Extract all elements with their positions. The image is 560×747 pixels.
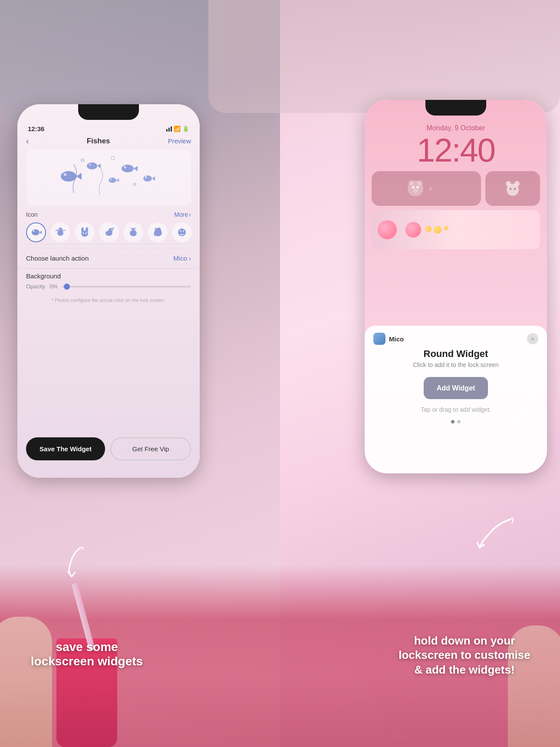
back-button[interactable]: ‹: [26, 136, 29, 146]
svg-point-32: [86, 233, 87, 234]
hand-left-decoration: [0, 617, 52, 747]
wifi-icon: 📶: [174, 126, 181, 132]
svg-point-21: [32, 229, 40, 235]
preview-button[interactable]: Preview: [168, 137, 191, 145]
background-section: Background Opacity 0%: [17, 268, 200, 293]
svg-point-3: [65, 174, 66, 175]
svg-point-24: [33, 231, 34, 231]
svg-point-20: [134, 183, 136, 185]
phone-left-body: 12:36 📶 🔋 ‹ Fishes Preview: [17, 104, 200, 478]
icon-option-5[interactable]: [123, 222, 143, 242]
svg-point-17: [145, 176, 147, 178]
svg-point-26: [58, 228, 63, 232]
svg-point-55: [514, 181, 520, 186]
icon-option-6[interactable]: [148, 222, 168, 242]
opacity-slider[interactable]: [62, 286, 191, 288]
svg-point-48: [417, 180, 422, 185]
note-text: * Please configure the actual color on t…: [17, 295, 200, 305]
signal-icon: [166, 126, 172, 132]
divider-1: [26, 244, 191, 245]
icon-section-header: Icon More ›: [17, 206, 200, 221]
svg-point-57: [514, 188, 516, 190]
icon-option-1[interactable]: [26, 222, 46, 242]
icon-option-4[interactable]: [99, 222, 119, 242]
status-bar-left: 12:36 📶 🔋: [17, 122, 200, 134]
launch-action-row[interactable]: Choose launch action Mico ›: [17, 248, 200, 268]
modal-app-info: Mico: [373, 333, 404, 345]
svg-point-50: [416, 186, 419, 188]
phone-left: 12:36 📶 🔋 ‹ Fishes Preview: [17, 104, 200, 478]
yellow-dot-2: [434, 226, 441, 234]
svg-marker-9: [116, 178, 119, 182]
yellow-dot-1: [425, 226, 432, 232]
arrow-annotation-right: [499, 387, 538, 423]
button-row: Save The Widget Get Free Vip: [26, 437, 191, 460]
svg-point-56: [510, 188, 512, 190]
opacity-label: Opacity: [26, 283, 45, 290]
screen-left: 12:36 📶 🔋 ‹ Fishes Preview: [17, 104, 200, 478]
svg-point-7: [89, 164, 90, 165]
dot-1: [451, 420, 455, 423]
lockscreen-date: Monday, 9 October: [365, 124, 547, 132]
svg-point-51: [413, 188, 418, 193]
icon-option-3[interactable]: [75, 222, 95, 242]
fish-preview-area: [26, 149, 191, 206]
svg-text:♪: ♪: [428, 184, 432, 192]
phone-right: Monday, 9 October 12:40 ♪: [365, 100, 547, 473]
svg-point-11: [122, 165, 134, 172]
app-icon: [373, 333, 385, 345]
lockscreen-time: 12:40: [365, 134, 547, 167]
svg-point-27: [59, 229, 60, 230]
svg-point-8: [109, 178, 116, 183]
launch-action-label: Choose launch action: [26, 255, 89, 262]
icon-section-label: Icon: [26, 211, 37, 218]
svg-point-35: [111, 229, 112, 230]
icon-option-2[interactable]: [50, 222, 70, 242]
photo-strip-content: [372, 220, 454, 239]
phone-right-body: Monday, 9 October 12:40 ♪: [365, 100, 547, 473]
chevron-right-icon-launch: ›: [189, 255, 191, 262]
opacity-row: Opacity 0%: [26, 283, 191, 290]
modal-header: Mico ×: [373, 333, 538, 345]
icon-option-row: [17, 221, 200, 244]
caption-right: hold down on your lockscreen to customis…: [395, 634, 534, 678]
status-icons-left: 📶 🔋: [166, 126, 189, 132]
opacity-thumb[interactable]: [64, 284, 70, 290]
modal-subtitle: Click to add it to the lock screen: [373, 361, 538, 368]
launch-action-value[interactable]: Mico ›: [173, 255, 191, 262]
add-widget-button[interactable]: Add Widget: [424, 377, 488, 399]
save-widget-button[interactable]: Save The Widget: [26, 437, 105, 460]
nav-bar-left: ‹ Fishes Preview: [17, 134, 200, 149]
svg-point-41: [157, 228, 161, 232]
svg-point-18: [81, 159, 84, 162]
svg-marker-12: [134, 166, 138, 171]
lockscreen-photo-strip: [372, 210, 540, 249]
yellow-dots-decoration: [425, 226, 448, 234]
add-widget-modal: Mico × Round Widget Click to add it to t…: [365, 326, 547, 473]
svg-point-38: [132, 230, 132, 231]
get-free-vip-button[interactable]: Get Free Vip: [110, 437, 191, 460]
svg-point-47: [408, 180, 414, 185]
svg-point-0: [61, 171, 76, 182]
svg-point-30: [86, 227, 88, 232]
svg-point-44: [180, 231, 181, 232]
yellow-dot-3: [444, 226, 448, 230]
more-icons-button[interactable]: More ›: [174, 211, 191, 218]
modal-close-button[interactable]: ×: [527, 333, 538, 344]
caption-left: save some lockscreen widgets: [26, 640, 148, 669]
icon-option-7[interactable]: [172, 222, 192, 242]
chevron-right-icon: ›: [189, 211, 191, 218]
dot-2: [457, 420, 461, 423]
svg-point-31: [83, 233, 84, 234]
svg-marker-22: [40, 231, 42, 234]
nav-title: Fishes: [87, 137, 110, 145]
pink-ball-2: [405, 222, 421, 238]
svg-point-39: [134, 230, 135, 231]
svg-point-15: [143, 175, 152, 182]
fish-animation-preview: [48, 154, 169, 202]
arrow-annotation-left: [63, 545, 98, 582]
battery-icon: 🔋: [182, 126, 189, 132]
svg-point-49: [412, 186, 415, 188]
svg-point-42: [155, 228, 157, 231]
svg-point-54: [506, 181, 511, 186]
